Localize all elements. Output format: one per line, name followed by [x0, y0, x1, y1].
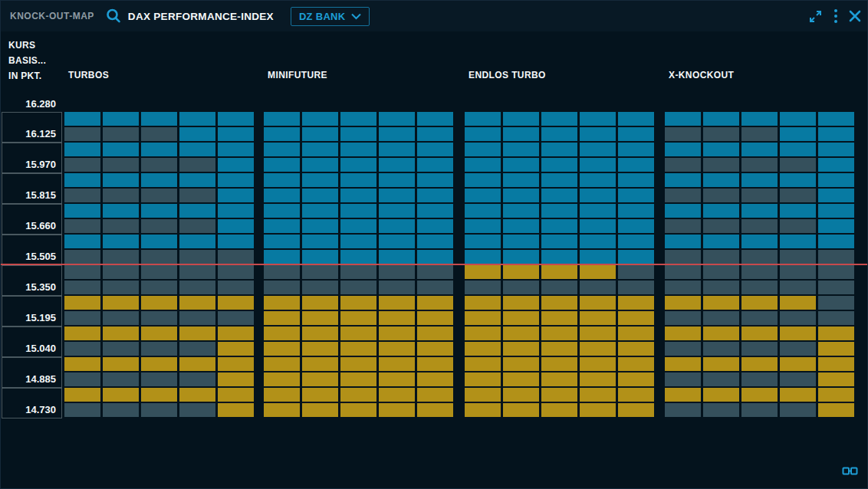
ko-cell-call-long-product[interactable]: [417, 235, 453, 248]
ko-cell-call-long-product[interactable]: [818, 158, 854, 172]
ko-cell-put-short-product[interactable]: [780, 327, 816, 340]
ko-cell-call-long-product[interactable]: [618, 112, 654, 126]
ko-cell-put-short-product[interactable]: [618, 342, 654, 356]
ko-cell-put-short-product[interactable]: [302, 388, 338, 402]
ko-cell-put-short-product[interactable]: [302, 342, 338, 356]
ko-cell-put-short-product[interactable]: [618, 372, 654, 386]
ko-cell-put-short-product[interactable]: [580, 403, 616, 417]
ko-cell-call-long-product[interactable]: [302, 143, 338, 156]
ko-cell-put-short-product[interactable]: [264, 296, 300, 310]
ko-cell-call-long-product[interactable]: [340, 219, 376, 233]
ko-cell-put-short-product[interactable]: [818, 403, 854, 417]
ko-cell-put-short-product[interactable]: [503, 311, 539, 325]
ko-cell-put-short-product[interactable]: [264, 372, 300, 386]
ko-cell-put-short-product[interactable]: [665, 327, 701, 340]
ko-cell-call-long-product[interactable]: [264, 189, 300, 202]
ko-cell-call-long-product[interactable]: [818, 219, 854, 233]
ko-cell-put-short-product[interactable]: [580, 342, 616, 356]
ko-cell-put-short-product[interactable]: [302, 327, 338, 340]
ko-cell-call-long-product[interactable]: [818, 235, 854, 248]
ko-cell-call-long-product[interactable]: [818, 143, 854, 156]
ko-cell-call-long-product[interactable]: [302, 204, 338, 218]
ko-cell-put-short-product[interactable]: [103, 296, 139, 310]
ko-cell-call-long-product[interactable]: [541, 235, 577, 248]
ko-cell-call-long-product[interactable]: [503, 173, 539, 187]
ko-cell-call-long-product[interactable]: [580, 112, 616, 126]
ko-cell-call-long-product[interactable]: [302, 158, 338, 172]
ko-cell-put-short-product[interactable]: [340, 403, 376, 417]
ko-cell-put-short-product[interactable]: [417, 311, 453, 325]
ko-cell-call-long-product[interactable]: [141, 204, 177, 218]
ko-cell-put-short-product[interactable]: [264, 388, 300, 402]
ko-cell-call-long-product[interactable]: [541, 112, 577, 126]
ko-cell-put-short-product[interactable]: [703, 327, 739, 340]
ko-cell-put-short-product[interactable]: [103, 327, 139, 340]
ko-cell-call-long-product[interactable]: [503, 143, 539, 156]
ko-cell-call-long-product[interactable]: [340, 250, 376, 264]
ko-cell-put-short-product[interactable]: [503, 265, 539, 279]
ko-cell-call-long-product[interactable]: [580, 189, 616, 202]
ko-cell-put-short-product[interactable]: [741, 357, 778, 371]
ko-cell-put-short-product[interactable]: [665, 296, 701, 310]
ko-cell-call-long-product[interactable]: [465, 127, 501, 141]
ko-cell-call-long-product[interactable]: [741, 112, 778, 126]
ko-cell-call-long-product[interactable]: [780, 204, 816, 218]
ko-cell-call-long-product[interactable]: [379, 250, 415, 264]
ko-cell-call-long-product[interactable]: [465, 173, 501, 187]
ko-cell-call-long-product[interactable]: [302, 250, 338, 264]
ko-cell-call-long-product[interactable]: [264, 219, 300, 233]
ko-cell-put-short-product[interactable]: [264, 342, 300, 356]
ko-cell-call-long-product[interactable]: [417, 219, 453, 233]
ko-cell-call-long-product[interactable]: [340, 112, 376, 126]
ko-cell-put-short-product[interactable]: [618, 296, 654, 310]
ko-cell-call-long-product[interactable]: [141, 143, 177, 156]
ko-cell-put-short-product[interactable]: [417, 357, 453, 371]
ko-cell-call-long-product[interactable]: [103, 173, 139, 187]
search-icon[interactable]: [105, 8, 122, 25]
ko-cell-call-long-product[interactable]: [141, 235, 177, 248]
ko-cell-call-long-product[interactable]: [379, 235, 415, 248]
ko-cell-put-short-product[interactable]: [618, 357, 654, 371]
ko-cell-call-long-product[interactable]: [379, 204, 415, 218]
ko-cell-call-long-product[interactable]: [103, 204, 139, 218]
ko-cell-call-long-product[interactable]: [818, 189, 854, 202]
ko-cell-call-long-product[interactable]: [379, 143, 415, 156]
ko-cell-call-long-product[interactable]: [465, 143, 501, 156]
ko-cell-put-short-product[interactable]: [218, 296, 254, 310]
ko-cell-call-long-product[interactable]: [741, 204, 778, 218]
ko-cell-put-short-product[interactable]: [818, 388, 854, 402]
ko-cell-call-long-product[interactable]: [780, 143, 816, 156]
ko-cell-call-long-product[interactable]: [340, 127, 376, 141]
ko-cell-call-long-product[interactable]: [541, 189, 577, 202]
ko-cell-put-short-product[interactable]: [818, 357, 854, 371]
ko-cell-call-long-product[interactable]: [580, 219, 616, 233]
ko-cell-call-long-product[interactable]: [340, 173, 376, 187]
ko-cell-call-long-product[interactable]: [703, 143, 739, 156]
ko-cell-put-short-product[interactable]: [379, 388, 415, 402]
ko-cell-put-short-product[interactable]: [417, 372, 453, 386]
ko-cell-call-long-product[interactable]: [264, 204, 300, 218]
ko-cell-call-long-product[interactable]: [580, 235, 616, 248]
ko-cell-call-long-product[interactable]: [703, 173, 739, 187]
ko-cell-put-short-product[interactable]: [580, 372, 616, 386]
ko-cell-call-long-product[interactable]: [141, 112, 177, 126]
ko-cell-call-long-product[interactable]: [379, 219, 415, 233]
ko-cell-call-long-product[interactable]: [703, 204, 739, 218]
ko-cell-call-long-product[interactable]: [541, 158, 577, 172]
ko-cell-put-short-product[interactable]: [818, 342, 854, 356]
ko-cell-call-long-product[interactable]: [503, 204, 539, 218]
ko-cell-put-short-product[interactable]: [541, 372, 577, 386]
ko-cell-put-short-product[interactable]: [103, 388, 139, 402]
ko-cell-call-long-product[interactable]: [465, 112, 501, 126]
ko-cell-put-short-product[interactable]: [780, 357, 816, 371]
ko-cell-call-long-product[interactable]: [503, 112, 539, 126]
ko-cell-put-short-product[interactable]: [541, 311, 577, 325]
ko-cell-put-short-product[interactable]: [379, 372, 415, 386]
ko-cell-call-long-product[interactable]: [64, 235, 100, 248]
ko-cell-put-short-product[interactable]: [302, 311, 338, 325]
ko-cell-put-short-product[interactable]: [618, 327, 654, 340]
ko-cell-put-short-product[interactable]: [179, 388, 215, 402]
ko-cell-put-short-product[interactable]: [340, 357, 376, 371]
ko-cell-put-short-product[interactable]: [340, 296, 376, 310]
ko-cell-put-short-product[interactable]: [141, 357, 177, 371]
